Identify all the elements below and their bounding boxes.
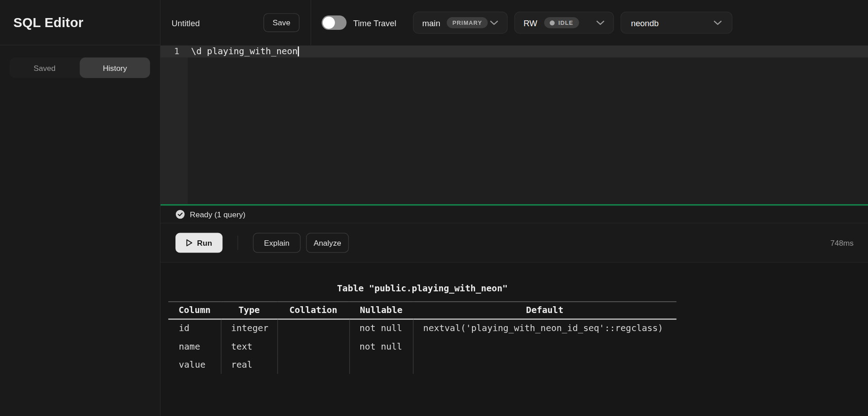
cell: not null: [349, 319, 413, 337]
cell: [277, 319, 349, 337]
results-panel: Table "public.playing_with_neon" Column …: [160, 263, 868, 416]
cell: nextval('playing_with_neon_id_seq'::regc…: [413, 319, 676, 337]
sql-editor[interactable]: 1 \d playing_with_neon: [160, 45, 868, 204]
branch-select[interactable]: main PRIMARY: [413, 12, 507, 34]
result-header-row: Column Type Collation Nullable Default: [168, 302, 676, 319]
save-button[interactable]: Save: [264, 13, 300, 32]
result-table-title: Table "public.playing_with_neon": [168, 284, 676, 293]
cell: not null: [349, 337, 413, 355]
saved-history-tabs: Saved History: [9, 57, 150, 78]
tab-history[interactable]: History: [80, 57, 150, 78]
table-row: id integer not null nextval('playing_wit…: [168, 319, 676, 337]
editor-gutter: [160, 45, 188, 204]
explain-button[interactable]: Explain: [253, 233, 301, 253]
indexes-label: Indexes:: [168, 410, 868, 416]
compute-name: RW: [524, 18, 537, 28]
cell: value: [168, 355, 221, 374]
cell: [277, 355, 349, 374]
run-button[interactable]: Run: [175, 233, 222, 253]
status-bar: Ready (1 query): [160, 206, 868, 223]
table-row: name text not null: [168, 337, 676, 355]
compute-status-badge: IDLE: [544, 17, 579, 28]
chevron-down-icon: [596, 20, 604, 25]
editor-line-1[interactable]: 1 \d playing_with_neon: [160, 45, 868, 57]
compute-status-label: IDLE: [558, 19, 573, 26]
topbar: Untitled Save Time Travel main PRIMARY R…: [160, 0, 868, 45]
database-select[interactable]: neondb: [620, 12, 732, 34]
cell: name: [168, 337, 221, 355]
main-area: Untitled Save Time Travel main PRIMARY R…: [160, 0, 868, 416]
cell: text: [221, 337, 278, 355]
cell: [277, 337, 349, 355]
cell: id: [168, 319, 221, 337]
time-travel-label: Time Travel: [353, 18, 396, 28]
column-header: Type: [221, 302, 278, 319]
toggle-knob-icon: [323, 17, 335, 29]
run-label: Run: [197, 238, 212, 248]
actions-divider: [237, 236, 238, 250]
chevron-down-icon: [490, 20, 498, 25]
check-circle-icon: [175, 210, 185, 219]
play-icon: [186, 239, 193, 247]
page-title: SQL Editor: [13, 14, 83, 30]
line-number: 1: [160, 45, 188, 57]
cell: [349, 355, 413, 374]
column-header: Collation: [277, 302, 349, 319]
database-name: neondb: [631, 18, 659, 28]
indexes-block: Indexes: "playing_with_neon_pkey" PRIMAR…: [168, 374, 868, 416]
topbar-divider: [311, 0, 311, 45]
analyze-button[interactable]: Analyze: [306, 233, 349, 253]
column-header: Nullable: [349, 302, 413, 319]
cell: integer: [221, 319, 278, 337]
status-message: Ready (1 query): [190, 210, 245, 219]
column-header: Column: [168, 302, 221, 319]
column-header: Default: [413, 302, 676, 319]
actions-bar: Run Explain Analyze 748ms: [160, 224, 868, 262]
query-title[interactable]: Untitled: [172, 18, 264, 28]
time-travel-toggle[interactable]: [321, 15, 346, 30]
code-text: \d playing_with_neon: [188, 45, 299, 57]
cell: [413, 337, 676, 355]
cell: real: [221, 355, 278, 374]
result-table: Column Type Collation Nullable Default i…: [168, 301, 676, 374]
sidebar: SQL Editor Saved History: [0, 0, 160, 416]
query-duration: 748ms: [830, 238, 854, 248]
tab-saved[interactable]: Saved: [9, 57, 80, 78]
primary-badge: PRIMARY: [447, 17, 488, 28]
cell: [413, 355, 676, 374]
sidebar-header: SQL Editor: [0, 0, 160, 45]
status-dot-icon: [549, 20, 554, 25]
app: SQL Editor Saved History Untitled Save T…: [0, 0, 868, 416]
table-row: value real: [168, 355, 676, 374]
branch-name: main: [422, 18, 440, 28]
compute-select[interactable]: RW IDLE: [514, 12, 613, 34]
chevron-down-icon: [713, 20, 722, 25]
text-cursor: [297, 46, 298, 56]
